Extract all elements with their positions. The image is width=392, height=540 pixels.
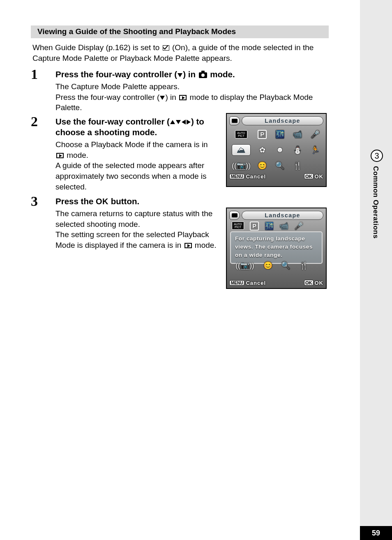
txt: The Capture Mode Palette appears. bbox=[55, 82, 180, 91]
mode-voice: 🎤 bbox=[294, 222, 303, 231]
right-arrow-icon bbox=[187, 120, 191, 125]
txt: ) in bbox=[183, 69, 198, 79]
txt: mode. bbox=[208, 69, 235, 79]
txt: Use the four-way controller ( bbox=[55, 117, 170, 126]
intro-text-1: When Guide Display (p.162) is set to bbox=[32, 43, 162, 52]
camera-mode-icon bbox=[199, 72, 207, 78]
guide-popup: For capturing landscape views. The camer… bbox=[230, 231, 323, 264]
ok-label: OK bbox=[315, 280, 324, 286]
step-number: 3 bbox=[31, 194, 55, 208]
mode-landscape-selected: ⛰ bbox=[232, 144, 251, 156]
mode-movie: 📹 bbox=[279, 222, 288, 231]
down-arrow-icon bbox=[178, 73, 182, 77]
menu-cancel-hint: MENU Cancel bbox=[229, 173, 266, 180]
ok-confirm-hint: OK OK bbox=[304, 280, 323, 286]
mode-row-under: ((📷))😊🔍🍴 bbox=[231, 261, 322, 270]
mode-movie: 📹 bbox=[291, 129, 303, 140]
step-2-title: Use the four-way controller () to choose… bbox=[55, 115, 219, 138]
step-number: 2 bbox=[31, 115, 55, 129]
mode-snow: ⛄ bbox=[291, 144, 303, 156]
txt: ) in bbox=[165, 93, 178, 102]
section-heading: Viewing a Guide of the Shooting and Play… bbox=[31, 25, 329, 38]
playback-mode-icon bbox=[179, 95, 187, 100]
ok-confirm-hint: OK OK bbox=[304, 173, 323, 180]
cancel-label: Cancel bbox=[246, 173, 266, 180]
txt: The camera returns to capture status wit… bbox=[55, 209, 212, 228]
playback-mode-icon bbox=[184, 243, 192, 248]
capture-tab-icon bbox=[229, 116, 240, 125]
step-1: 1 Press the four-way controller () in mo… bbox=[31, 67, 329, 113]
mode-night-scene: 🌃 bbox=[265, 222, 274, 231]
chapter-label: Common Operations bbox=[371, 166, 380, 239]
mode-digital-zoom: 🔍 bbox=[274, 160, 286, 171]
menu-cancel-hint: MENU Cancel bbox=[229, 280, 266, 286]
mode-auto-pict: AUTOPICT bbox=[232, 222, 244, 230]
step-number: 1 bbox=[31, 67, 55, 81]
lcd-screenshot-guide: Landscape AUTOPICT P 🌃 📹 🎤 For capturing… bbox=[226, 208, 327, 289]
up-arrow-icon bbox=[170, 120, 175, 124]
playback-mode-icon bbox=[56, 153, 64, 158]
page-number: 59 bbox=[360, 526, 392, 540]
down-arrow-icon bbox=[160, 96, 165, 100]
lcd-screenshot-palette: Landscape AUTOPICT P 🌃 📹 🎤 ⛰ ✿ ☻ ⛄ 🏃 ((📷… bbox=[226, 113, 327, 187]
step-3-title: Press the OK button. bbox=[55, 194, 219, 207]
left-arrow-icon bbox=[182, 120, 186, 125]
mode-program: P bbox=[250, 222, 259, 231]
mode-kids: 😊 bbox=[256, 160, 268, 171]
menu-badge: MENU bbox=[229, 280, 244, 286]
mode-flower: ✿ bbox=[256, 144, 268, 156]
menu-badge: MENU bbox=[229, 174, 244, 179]
ok-badge: OK bbox=[304, 280, 314, 286]
txt: Press the bbox=[55, 196, 96, 206]
txt: mode. bbox=[65, 151, 88, 159]
step-2-desc: Choose a Playback Mode if the camera is … bbox=[55, 139, 219, 192]
mode-shake-reduction: ((📷)) bbox=[232, 160, 251, 171]
capture-tab-icon bbox=[229, 211, 240, 220]
mode-night-scene: 🌃 bbox=[274, 129, 286, 140]
step-2: 2 Use the four-way controller () to choo… bbox=[31, 115, 219, 192]
mode-program: P bbox=[256, 129, 268, 140]
txt: button. bbox=[108, 196, 139, 206]
step-1-title: Press the four-way controller () in mode… bbox=[55, 67, 329, 80]
mode-auto-pict: AUTOPICT bbox=[232, 129, 251, 140]
step-3-desc: The camera returns to capture status wit… bbox=[55, 208, 219, 251]
mode-voice: 🎤 bbox=[309, 129, 321, 140]
mode-title: Landscape bbox=[242, 116, 323, 125]
ok-label: OK bbox=[315, 173, 324, 180]
chapter-side-tab: 3 Common Operations 59 bbox=[360, 0, 392, 540]
intro-paragraph: When Guide Display (p.162) is set to (On… bbox=[31, 42, 329, 63]
mode-food: 🍴 bbox=[291, 160, 303, 171]
ok-button-icon: OK bbox=[96, 197, 108, 206]
checkbox-on-icon bbox=[163, 45, 169, 51]
mode-portrait: ☻ bbox=[274, 144, 286, 156]
mode-sport: 🏃 bbox=[309, 144, 321, 156]
step-1-desc: The Capture Mode Palette appears. Press … bbox=[55, 81, 329, 113]
mode-blank bbox=[309, 160, 321, 171]
txt: Press the four-way controller ( bbox=[55, 93, 159, 102]
chapter-number: 3 bbox=[371, 150, 383, 162]
txt: Press the four-way controller ( bbox=[55, 69, 177, 79]
ok-badge: OK bbox=[304, 173, 314, 179]
txt: mode. bbox=[193, 241, 217, 249]
txt: A guide of the selected mode appears aft… bbox=[55, 161, 207, 191]
mode-title: Landscape bbox=[242, 211, 323, 220]
txt: Choose a Playback Mode if the camera is … bbox=[55, 140, 208, 149]
mode-palette-grid: AUTOPICT P 🌃 📹 🎤 ⛰ ✿ ☻ ⛄ 🏃 ((📷)) 😊 🔍 bbox=[227, 126, 326, 172]
down-arrow-icon bbox=[176, 120, 181, 124]
cancel-label: Cancel bbox=[246, 280, 266, 286]
step-3: 3 Press the OK button. The camera return… bbox=[31, 194, 219, 250]
